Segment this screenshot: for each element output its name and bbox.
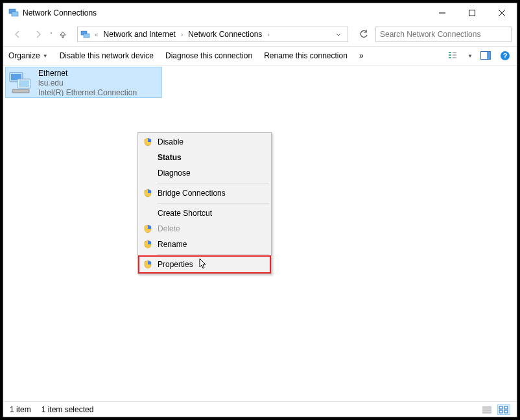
details-view-button[interactable] bbox=[480, 404, 493, 415]
menu-separator bbox=[158, 183, 269, 183]
chevron-down-icon: ▼ bbox=[43, 53, 48, 59]
forward-button[interactable] bbox=[29, 27, 47, 42]
minimize-button[interactable] bbox=[427, 3, 457, 23]
menu-rename[interactable]: Rename bbox=[139, 237, 270, 252]
history-dropdown-icon[interactable]: ˅ bbox=[50, 32, 53, 38]
diagnose-button[interactable]: Diagnose this connection bbox=[165, 51, 252, 60]
navigation-bar: ˅ « Network and Internet › Network Conne… bbox=[3, 23, 517, 46]
shield-icon bbox=[143, 224, 152, 233]
svg-rect-9 bbox=[449, 54, 451, 56]
network-adapter-item[interactable]: Ethernet lsu.edu Intel(R) Ethernet Conne… bbox=[5, 67, 162, 98]
rename-button[interactable]: Rename this connection bbox=[264, 51, 348, 60]
chevron-right-icon: › bbox=[265, 31, 272, 38]
preview-pane-button[interactable] bbox=[479, 49, 492, 62]
cursor-icon bbox=[199, 258, 208, 272]
adapter-name: Ethernet bbox=[38, 69, 137, 78]
disable-device-button[interactable]: Disable this network device bbox=[60, 51, 154, 60]
menu-status[interactable]: Status bbox=[139, 150, 270, 165]
menu-bridge[interactable]: Bridge Connections bbox=[139, 185, 270, 201]
search-input[interactable] bbox=[380, 30, 507, 39]
tiles-view-button[interactable] bbox=[497, 404, 510, 415]
svg-rect-15 bbox=[487, 52, 491, 59]
chevron-right-icon: › bbox=[178, 31, 185, 38]
menu-separator bbox=[158, 203, 269, 204]
location-icon bbox=[80, 29, 91, 40]
toolbar: Organize ▼ Disable this network device D… bbox=[3, 46, 517, 65]
shield-icon bbox=[143, 189, 152, 198]
svg-rect-30 bbox=[504, 410, 508, 413]
svg-text:?: ? bbox=[503, 52, 508, 60]
address-dropdown-icon[interactable] bbox=[332, 29, 345, 40]
more-commands-button[interactable]: » bbox=[359, 51, 364, 60]
menu-diagnose[interactable]: Diagnose bbox=[139, 165, 270, 181]
shield-icon bbox=[143, 240, 152, 249]
refresh-button[interactable] bbox=[355, 27, 373, 42]
status-bar: 1 item 1 item selected bbox=[3, 401, 517, 417]
selection-count: 1 item selected bbox=[41, 405, 94, 414]
network-connections-icon bbox=[8, 8, 19, 18]
menu-disable[interactable]: Disable bbox=[139, 134, 270, 150]
menu-create-shortcut[interactable]: Create Shortcut bbox=[139, 205, 270, 221]
shield-icon bbox=[143, 137, 152, 146]
shield-icon bbox=[143, 260, 152, 269]
breadcrumb[interactable]: Network and Internet bbox=[102, 29, 177, 40]
svg-rect-29 bbox=[499, 410, 502, 413]
address-bar[interactable]: « Network and Internet › Network Connect… bbox=[77, 27, 348, 42]
organize-menu[interactable]: Organize ▼ bbox=[8, 51, 48, 60]
svg-rect-22 bbox=[12, 89, 29, 93]
back-button[interactable] bbox=[8, 27, 27, 42]
close-button[interactable] bbox=[487, 3, 517, 23]
menu-delete: Delete bbox=[139, 221, 270, 237]
window-title: Network Connections bbox=[23, 8, 427, 18]
svg-rect-8 bbox=[449, 52, 451, 53]
view-options-button[interactable] bbox=[448, 49, 461, 62]
up-button[interactable] bbox=[55, 27, 71, 42]
adapter-domain: lsu.edu bbox=[38, 78, 137, 88]
titlebar: Network Connections bbox=[3, 3, 517, 23]
breadcrumb[interactable]: Network Connections bbox=[187, 29, 263, 40]
item-count: 1 item bbox=[10, 405, 31, 414]
chevron-icon: « bbox=[92, 31, 101, 38]
menu-properties[interactable]: Properties bbox=[139, 257, 270, 272]
context-menu: Disable Status Diagnose Bridge Connectio… bbox=[137, 132, 272, 274]
chevron-down-icon[interactable]: ▼ bbox=[467, 53, 473, 59]
svg-rect-7 bbox=[84, 34, 89, 38]
svg-rect-10 bbox=[449, 57, 451, 58]
svg-rect-21 bbox=[19, 80, 29, 87]
ethernet-adapter-icon bbox=[8, 70, 34, 93]
svg-rect-28 bbox=[504, 406, 508, 409]
adapter-device: Intel(R) Ethernet Connection bbox=[38, 88, 137, 96]
maximize-button[interactable] bbox=[457, 3, 487, 23]
content-area[interactable]: Ethernet lsu.edu Intel(R) Ethernet Conne… bbox=[3, 65, 517, 401]
svg-rect-27 bbox=[499, 406, 502, 409]
svg-rect-1 bbox=[12, 12, 18, 16]
menu-separator bbox=[158, 254, 269, 255]
search-box[interactable] bbox=[375, 27, 512, 42]
help-button[interactable]: ? bbox=[499, 49, 512, 62]
svg-rect-3 bbox=[469, 10, 475, 16]
